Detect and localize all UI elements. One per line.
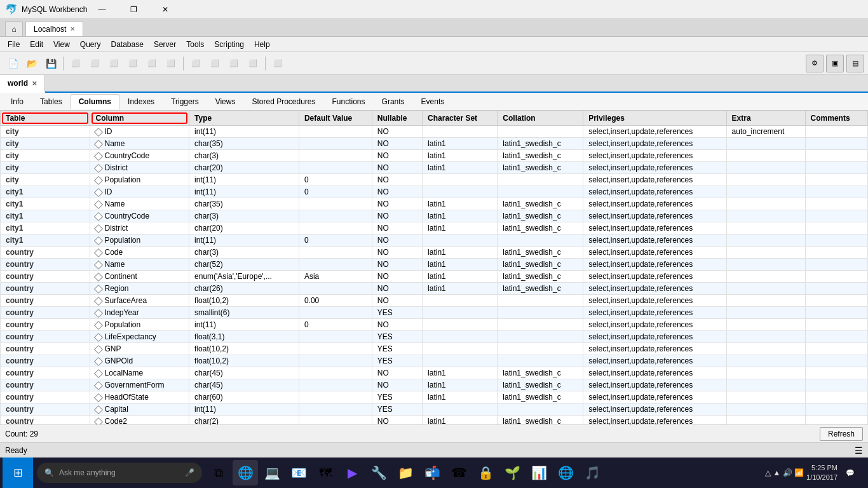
table-row[interactable]: countryCode2char(2)NOlatin1latin1_swedis… [1,416,868,425]
toolbar-right: ⚙ ▣ ▤ [806,55,864,72]
menu-database[interactable]: Database [106,39,149,50]
table-row[interactable]: cityPopulationint(11)0NOselect,insert,up… [1,174,868,186]
tab-columns[interactable]: Columns [71,94,119,109]
toolbar-btn14[interactable]: ⬜ [269,55,287,72]
home-button[interactable]: ⌂ [5,21,23,36]
toolbar-btn10[interactable]: ⬜ [187,55,205,72]
tab-stored-procedures[interactable]: Stored Procedures [243,94,323,109]
toolbar-open[interactable]: 📂 [23,55,41,72]
minimize-button[interactable]: — [87,0,116,19]
toolbar-btn6[interactable]: ⬜ [105,55,123,72]
menu-view[interactable]: View [48,39,75,50]
taskbar-app-app15[interactable]: 🎵 [580,460,605,485]
toolbar-btn4[interactable]: ⬜ [67,55,85,72]
menu-scripting[interactable]: Scripting [209,39,249,50]
table-row[interactable]: countryIndepYearsmallint(6)YESselect,ins… [1,307,868,319]
table-row[interactable]: countryNamechar(52)NOlatin1latin1_swedis… [1,259,868,271]
table-row[interactable]: countryGNPOldfloat(10,2)YESselect,insert… [1,355,868,367]
table-row[interactable]: cityCountryCodechar(3)NOlatin1latin1_swe… [1,150,868,162]
taskbar-app-maps[interactable]: 🗺 [313,460,338,485]
toolbar-btn11[interactable]: ⬜ [206,55,224,72]
col-header-extra[interactable]: Extra [726,111,805,126]
tab-indexes[interactable]: Indexes [119,94,163,109]
table-row[interactable]: city1Namechar(35)NOlatin1latin1_swedish_… [1,198,868,210]
taskbar-app-taskview[interactable]: ⧉ [206,460,231,485]
data-table-container[interactable]: Table Column Type Default Value Nullable… [0,111,868,424]
toolbar-layout1-btn[interactable]: ▣ [826,55,844,72]
toolbar-new[interactable]: 📄 [4,55,22,72]
tab-info[interactable]: Info [3,94,32,109]
taskbar-app-app14[interactable]: 🌐 [553,460,578,485]
taskbar-app-mail[interactable]: 📧 [286,460,311,485]
tab-events[interactable]: Events [413,94,453,109]
table-row[interactable]: city1Populationint(11)0NOselect,insert,u… [1,234,868,247]
tab-tables[interactable]: Tables [32,94,71,109]
taskbar-app-excel[interactable]: 📊 [526,460,552,485]
toolbar-btn13[interactable]: ⬜ [244,55,262,72]
menu-file[interactable]: File [3,39,25,50]
close-button[interactable]: ✕ [151,0,180,19]
col-header-nullable[interactable]: Nullable [372,111,422,126]
col-header-default[interactable]: Default Value [299,111,372,126]
refresh-button[interactable]: Refresh [820,427,863,441]
taskbar-app-app7[interactable]: 🔧 [366,460,391,485]
col-header-type[interactable]: Type [189,111,299,126]
taskbar-app-evernote[interactable]: 🌱 [499,460,525,485]
toolbar-btn9[interactable]: ⬜ [162,55,180,72]
table-row[interactable]: countryGovernmentFormchar(45)NOlatin1lat… [1,379,868,391]
menu-tools[interactable]: Tools [181,39,209,50]
table-row[interactable]: countryLocalNamechar(45)NOlatin1latin1_s… [1,367,868,379]
table-row[interactable]: countryLifeExpectancyfloat(3,1)YESselect… [1,331,868,343]
toolbar-btn8[interactable]: ⬜ [143,55,161,72]
col-header-comments[interactable]: Comments [805,111,867,126]
taskbar-app-files[interactable]: 📁 [393,460,418,485]
table-row[interactable]: countrySurfaceAreafloat(10,2)0.00NOselec… [1,295,868,307]
table-row[interactable]: countryCapitalint(11)YESselect,insert,up… [1,403,868,416]
table-row[interactable]: cityNamechar(35)NOlatin1latin1_swedish_c… [1,138,868,150]
notification-button[interactable]: 💬 [840,463,860,483]
menu-help[interactable]: Help [249,39,275,50]
col-header-collation[interactable]: Collation [498,111,583,126]
table-row[interactable]: city1IDint(11)0NOselect,insert,update,re… [1,186,868,198]
col-header-table[interactable]: Table [1,111,90,126]
taskbar-app-app11[interactable]: 🔒 [473,460,498,485]
taskbar-app-chrome[interactable]: 🌐 [233,460,258,485]
table-row[interactable]: countryCodechar(3)NOlatin1latin1_swedish… [1,247,868,259]
world-db-tab[interactable]: world ✕ [0,75,45,93]
taskbar-search[interactable]: 🔍 Ask me anything 🎤 [37,463,202,483]
tab-views[interactable]: Views [207,94,244,109]
table-row[interactable]: city1CountryCodechar(3)NOlatin1latin1_sw… [1,210,868,222]
table-row[interactable]: countryRegionchar(26)NOlatin1latin1_swed… [1,283,868,295]
table-row[interactable]: countryGNPfloat(10,2)YESselect,insert,up… [1,343,868,355]
table-row[interactable]: countryHeadOfStatechar(60)YESlatin1latin… [1,391,868,403]
taskbar-app-terminal[interactable]: 💻 [259,460,285,485]
menu-query[interactable]: Query [75,39,106,50]
toolbar-settings-btn[interactable]: ⚙ [806,55,824,72]
maximize-button[interactable]: ❐ [119,0,148,19]
toolbar-save[interactable]: 💾 [42,55,60,72]
col-header-privileges[interactable]: Privileges [583,111,726,126]
taskbar-app-skype[interactable]: ☎ [446,460,471,485]
table-row[interactable]: cityDistrictchar(20)NOlatin1latin1_swedi… [1,162,868,174]
toolbar-btn12[interactable]: ⬜ [225,55,243,72]
col-header-column[interactable]: Column [90,111,189,126]
start-button[interactable]: ⊞ [3,458,33,488]
menu-edit[interactable]: Edit [25,39,48,50]
table-row[interactable]: cityIDint(11)NOselect,insert,update,refe… [1,126,868,138]
toolbar-btn7[interactable]: ⬜ [124,55,142,72]
table-row[interactable]: countryContinentenum('Asia','Europe',...… [1,271,868,283]
toolbar-btn5[interactable]: ⬜ [86,55,104,72]
tab-triggers[interactable]: Triggers [163,94,207,109]
tab-functions[interactable]: Functions [324,94,374,109]
menu-server[interactable]: Server [149,39,181,50]
taskbar-app-mailbox[interactable]: 📬 [419,460,445,485]
table-row[interactable]: countryPopulationint(11)0NOselect,insert… [1,319,868,331]
taskbar-app-vs[interactable]: ▶ [339,460,365,485]
col-header-charset[interactable]: Character Set [423,111,498,126]
toolbar-layout2-btn[interactable]: ▤ [846,55,864,72]
localhost-tab-close[interactable]: ✕ [70,25,75,32]
world-db-tab-close[interactable]: ✕ [32,80,37,87]
table-row[interactable]: city1Districtchar(20)NOlatin1latin1_swed… [1,222,868,234]
localhost-tab[interactable]: Localhost ✕ [25,21,83,36]
tab-grants[interactable]: Grants [374,94,413,109]
